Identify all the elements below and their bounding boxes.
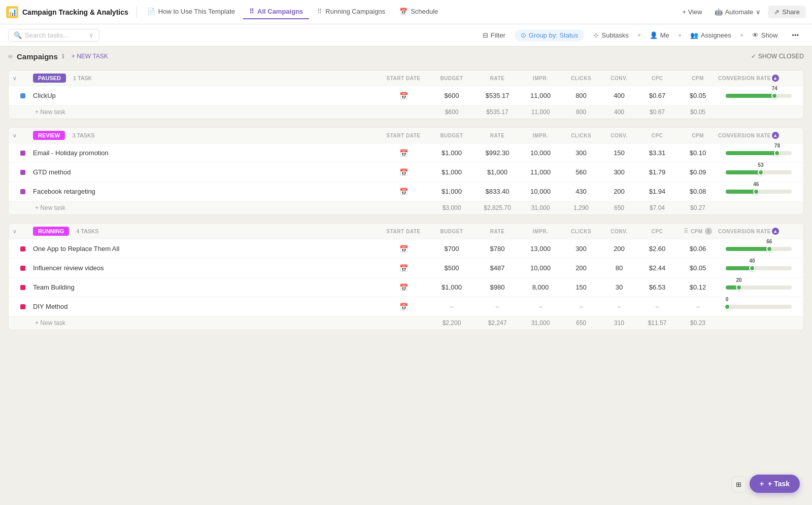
col-impr-paused: IMPR. (520, 76, 561, 81)
tab-template[interactable]: 📄 How to Use This Template (141, 5, 241, 19)
assignees-button[interactable]: 👥 Assignees (685, 29, 736, 42)
task-conversion-rate[interactable]: 66 (718, 247, 799, 251)
task-name[interactable]: Facebook retargeting (33, 188, 378, 195)
task-conversion-rate[interactable]: 40 (718, 266, 799, 270)
task-name[interactable]: Influencer review videos (33, 264, 378, 272)
search-box[interactable]: 🔍 Search tasks... ∨ (8, 29, 99, 42)
filter-button[interactable]: ⊟ Filter (478, 29, 511, 42)
col-cpm-paused: CPM (678, 76, 718, 81)
group-collapse-paused[interactable]: ∨ (13, 75, 33, 82)
toolbar-dot-3 (740, 34, 743, 37)
task-color-indicator (20, 151, 25, 156)
task-conversion-rate[interactable]: 0 (718, 305, 799, 309)
task-startdate[interactable]: 📅 (378, 303, 429, 311)
task-cpm: $0.05 (678, 92, 718, 99)
subtasks-button[interactable]: ⊹ Subtasks (588, 29, 633, 42)
share-button[interactable]: ⇗ Share (768, 6, 806, 18)
summary-impr-paused: 11,000 (520, 109, 561, 116)
col-clicks-paused: CLICKS (561, 76, 601, 81)
grid-view-button[interactable]: ⊞ (731, 476, 746, 493)
group-review: ∨ REVIEW 3 TASKS START DATE BUDGET RATE … (8, 127, 804, 215)
automate-button[interactable]: 🤖 Automate ∨ (709, 6, 766, 18)
summary-row-review: + New task $3,000 $2,825.70 31,000 1,290… (9, 201, 803, 214)
add-task-fab[interactable]: + + Task (750, 475, 800, 493)
col-conversion-rate-running[interactable]: CONVERSION RATE ▲ (718, 228, 799, 235)
sort-up-icon: ▲ (772, 228, 779, 235)
tab-running-icon: ⠿ (317, 8, 322, 15)
progress-label: 53 (758, 162, 763, 168)
me-button[interactable]: 👤 Me (645, 29, 674, 42)
section-info-icon[interactable]: ℹ (62, 53, 64, 60)
task-row: One App to Replace Them All 📅 $700 $780 … (9, 239, 803, 259)
task-name[interactable]: GTD method (33, 168, 378, 176)
sort-up-icon: ▲ (772, 75, 779, 82)
section-chevron-icon[interactable]: ⊖ (8, 53, 13, 60)
group-running: ∨ RUNNING 4 TASKS START DATE BUDGET RATE… (8, 223, 804, 330)
assignees-icon: 👥 (690, 31, 698, 39)
col-cpm-review: CPM (678, 133, 718, 138)
task-conversion-rate[interactable]: 20 (718, 285, 799, 290)
col-conversion-rate-paused[interactable]: CONVERSION RATE ▲ (718, 75, 799, 82)
show-icon: 👁 (752, 31, 759, 39)
tab-running-campaigns[interactable]: ⠿ Running Campaigns (311, 5, 391, 19)
task-startdate[interactable]: 📅 (378, 283, 429, 292)
add-task-paused[interactable]: + New task (33, 109, 378, 116)
task-name[interactable]: ClickUp (33, 92, 378, 99)
plus-icon: + (760, 480, 764, 488)
task-budget: $600 (429, 92, 475, 99)
summary-row-running: + New task $2,200 $2,247 31,000 650 310 … (9, 316, 803, 330)
task-startdate[interactable]: 📅 (378, 264, 429, 272)
task-name[interactable]: Email - Holiday promotion (33, 149, 378, 157)
share-icon: ⇗ (774, 8, 780, 16)
automate-chevron: ∨ (756, 8, 761, 16)
task-name[interactable]: Team Building (33, 283, 378, 291)
col-conv-review: CONV. (601, 133, 637, 138)
task-startdate[interactable]: 📅 (378, 245, 429, 253)
more-options-button[interactable]: ••• (787, 29, 804, 42)
task-conversion-rate[interactable]: 46 (718, 190, 799, 194)
show-button[interactable]: 👁 Show (747, 29, 783, 42)
chevron-icon: ∨ (13, 75, 17, 82)
task-startdate[interactable]: 📅 (378, 168, 429, 176)
nav-divider (137, 6, 137, 18)
task-name[interactable]: One App to Replace Them All (33, 245, 378, 252)
col-cpc-paused: CPC (637, 76, 678, 81)
progress-label: 66 (766, 239, 772, 244)
task-impr: 11,000 (520, 92, 561, 99)
progress-bar-bg (726, 94, 792, 98)
view-button[interactable]: + View (677, 6, 707, 18)
task-startdate[interactable]: 📅 (378, 92, 429, 100)
group-collapse-review[interactable]: ∨ (13, 132, 33, 139)
task-name[interactable]: DIY Method (33, 303, 378, 310)
col-cpm-running[interactable]: ⠿ CPM ℹ (678, 228, 718, 235)
add-task-review[interactable]: + New task (33, 204, 378, 211)
progress-handle[interactable] (771, 93, 777, 99)
col-rate-review: RATE (475, 133, 520, 138)
col-clicks-review: CLICKS (561, 133, 601, 138)
progress-label: 74 (772, 86, 777, 91)
task-conversion-rate[interactable]: 53 (718, 170, 799, 174)
tab-all-campaigns[interactable]: ⠿ All Campaigns (243, 5, 309, 19)
task-clicks: 800 (561, 92, 601, 99)
check-icon: ✓ (751, 53, 756, 60)
drag-handle-icon: ⠿ (684, 228, 689, 235)
progress-label: 20 (736, 277, 741, 283)
task-conversion-rate[interactable]: 78 (718, 151, 799, 155)
group-collapse-running[interactable]: ∨ (13, 228, 33, 235)
task-startdate[interactable]: 📅 (378, 188, 429, 196)
task-cpc: $0.67 (637, 92, 678, 99)
tab-schedule-icon: 📅 (399, 8, 408, 15)
show-closed-button[interactable]: ✓ SHOW CLOSED (751, 53, 804, 60)
col-conversion-rate-review[interactable]: CONVERSION RATE ▲ (718, 132, 799, 139)
add-task-running[interactable]: + New task (33, 319, 378, 327)
progress-label: 46 (753, 182, 759, 187)
chevron-icon: ∨ (13, 132, 17, 139)
tab-schedule[interactable]: 📅 Schedule (393, 5, 444, 19)
toolbar: 🔍 Search tasks... ∨ ⊟ Filter ⊙ Group by:… (0, 24, 812, 47)
group-by-button[interactable]: ⊙ Group by: Status (515, 29, 585, 41)
summary-cpm-paused: $0.05 (678, 109, 718, 116)
task-startdate[interactable]: 📅 (378, 149, 429, 157)
task-conversion-rate[interactable]: 74 (718, 94, 799, 98)
toolbar-dot-2 (679, 34, 681, 37)
new-task-button[interactable]: + NEW TASK (69, 52, 111, 61)
